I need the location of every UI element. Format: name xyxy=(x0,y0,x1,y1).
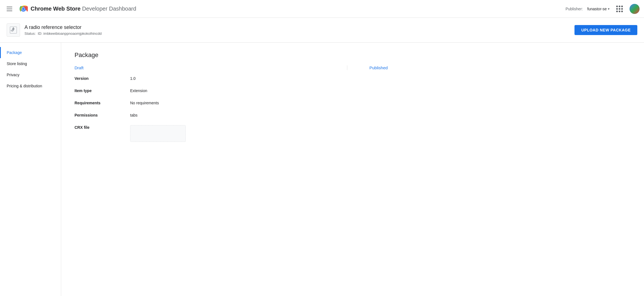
sidebar-item-store-listing[interactable]: Store listing xyxy=(0,58,61,69)
main-layout: Package Store listing Privacy Pricing & … xyxy=(0,43,644,296)
table-row: Permissions tabs xyxy=(75,109,631,121)
table-row: CRX file xyxy=(75,121,631,146)
extension-icon xyxy=(7,23,20,37)
sidebar-item-privacy[interactable]: Privacy xyxy=(0,69,61,80)
avatar[interactable] xyxy=(630,4,640,14)
menu-icon[interactable] xyxy=(4,4,14,13)
item-type-label: Item type xyxy=(75,88,119,93)
package-grid: Version 1.0 Item type Extension Requirem… xyxy=(75,72,631,146)
table-row: Version 1.0 xyxy=(75,72,631,85)
requirements-label: Requirements xyxy=(75,101,119,105)
published-label: Published xyxy=(370,65,388,70)
content-area: Package Draft Published Version 1.0 Item… xyxy=(61,43,644,296)
top-navigation: Chrome Web Store Developer Dashboard Pub… xyxy=(0,0,644,18)
nav-left: Chrome Web Store Developer Dashboard xyxy=(4,4,566,13)
extension-info: A radio reference selector Status: ID: i… xyxy=(7,23,102,37)
draft-label: Draft xyxy=(75,65,84,70)
app-title: Chrome Web Store Developer Dashboard xyxy=(31,6,136,12)
page-title: Package xyxy=(75,51,631,59)
permissions-label: Permissions xyxy=(75,113,119,117)
crx-file-label: CRX file xyxy=(75,125,119,130)
svg-point-3 xyxy=(22,8,25,10)
extension-title: A radio reference selector xyxy=(24,24,102,30)
sidebar: Package Store listing Privacy Pricing & … xyxy=(0,43,61,296)
nav-right: Publisher: funastor-se ▾ xyxy=(566,3,640,14)
columns-header-row: Draft Published xyxy=(75,65,631,70)
item-type-value: Extension xyxy=(130,88,147,93)
extension-header: A radio reference selector Status: ID: i… xyxy=(0,18,644,43)
version-value: 1.0 xyxy=(130,76,135,81)
chrome-logo-icon xyxy=(19,4,28,13)
sidebar-item-pricing-distribution[interactable]: Pricing & distribution xyxy=(0,80,61,92)
puzzle-icon xyxy=(9,26,17,34)
table-row: Item type Extension xyxy=(75,85,631,97)
requirements-value: No requirements xyxy=(130,101,159,105)
published-column-header: Published xyxy=(358,65,631,70)
extension-details: A radio reference selector Status: ID: i… xyxy=(24,24,102,36)
version-label: Version xyxy=(75,76,119,81)
sidebar-item-package[interactable]: Package xyxy=(0,47,61,58)
draft-column-header: Draft xyxy=(75,65,336,70)
permissions-value: tabs xyxy=(130,113,137,117)
chevron-down-icon: ▾ xyxy=(608,7,610,11)
extension-status: Status: ID: imbkeeibioanppnoaomjpkokolhi… xyxy=(24,31,102,36)
column-divider xyxy=(347,65,347,70)
crx-file-placeholder xyxy=(130,125,186,142)
upload-new-package-button[interactable]: UPLOAD NEW PACKAGE xyxy=(574,25,637,35)
publisher-label: Publisher: xyxy=(566,7,583,11)
logo-container: Chrome Web Store Developer Dashboard xyxy=(19,4,136,13)
avatar-image xyxy=(630,4,640,14)
table-row: Requirements No requirements xyxy=(75,97,631,109)
publisher-dropdown[interactable]: funastor-se ▾ xyxy=(587,7,610,11)
apps-icon[interactable] xyxy=(614,3,625,14)
